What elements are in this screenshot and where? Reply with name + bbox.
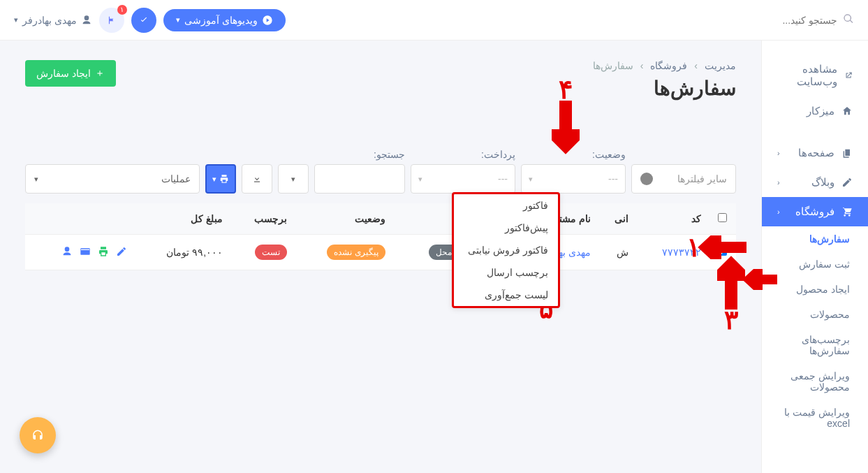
crumb-current: سفارش‌ها <box>593 60 633 71</box>
topbar-actions: ویدیوهای آموزشی ▾ ۱ مهدی بهادرفر ▾ <box>14 8 286 33</box>
sidebar-sub-price-excel[interactable]: ویرایش قیمت با excel <box>762 400 868 436</box>
crumb-admin[interactable]: مدیریت <box>705 60 736 71</box>
row-print-icon[interactable] <box>98 246 109 259</box>
sidebar: مشاهده وب‌سایت میزکار صفحه‌ها ‹ وبلاگ ‹ <box>761 41 868 473</box>
table-header-row: کد انی نام مشتری پرداخت وضعیت برچسب مبلغ… <box>25 203 736 235</box>
col-status: وضعیت <box>294 203 392 235</box>
chevron-left-icon: ‹ <box>777 208 780 216</box>
chevron-down-icon: ▾ <box>418 175 422 184</box>
print-dropdown-menu: فاکتور پیش‌فاکتور فاکتور فروش نیابتی برچ… <box>452 192 560 308</box>
crumb-shop[interactable]: فروشگاه <box>650 60 687 71</box>
row-checkbox[interactable] <box>718 247 727 256</box>
sidebar-sub-new-order[interactable]: ثبت سفارش <box>762 252 868 277</box>
search-input[interactable] <box>703 9 843 31</box>
check-icon <box>139 15 149 25</box>
orders-table: کد انی نام مشتری پرداخت وضعیت برچسب مبلغ… <box>25 203 736 270</box>
status-filter-select[interactable]: --- ▾ <box>521 164 626 194</box>
print-proforma[interactable]: پیش‌فاکتور <box>454 217 558 239</box>
col-addr: انی <box>598 203 636 235</box>
sidebar-blog[interactable]: وبلاگ ‹ <box>762 168 868 197</box>
card-icon[interactable] <box>80 246 91 259</box>
other-filters-button[interactable]: سایر فیلترها <box>631 164 736 194</box>
sidebar-sub-new-product[interactable]: ایجاد محصول <box>762 277 868 302</box>
pencil-icon <box>841 177 853 188</box>
search-filter-input[interactable] <box>314 164 405 194</box>
check-button[interactable] <box>131 8 156 33</box>
row-actions <box>32 246 127 259</box>
video-tutorials-button[interactable]: ویدیوهای آموزشی ▾ <box>163 9 286 31</box>
print-ship-label[interactable]: برچسب ارسال <box>454 261 558 284</box>
col-label: برچسب <box>230 203 293 235</box>
sidebar-view-site[interactable]: مشاهده وب‌سایت <box>762 54 868 96</box>
cell-total: ۹۹,۰۰۰ تومان <box>134 235 230 270</box>
row-user-icon[interactable] <box>61 246 73 259</box>
print-agency-invoice[interactable]: فاکتور فروش نیابتی <box>454 239 558 261</box>
cell-addr: ش <box>598 235 636 270</box>
sidebar-dashboard[interactable]: میزکار <box>762 96 868 126</box>
col-code: کد <box>635 203 708 235</box>
topbar-search-wrap <box>703 9 854 31</box>
filter-labels: جستجو: پرداخت: وضعیت: <box>25 149 736 164</box>
cart-icon <box>841 206 853 217</box>
chevron-down-icon: ▾ <box>34 175 38 184</box>
create-order-button[interactable]: ＋ ایجاد سفارش <box>25 60 116 87</box>
home-icon <box>841 105 853 117</box>
print-invoice[interactable]: فاکتور <box>454 194 558 217</box>
sidebar-sub-order-labels[interactable]: برچسب‌های سفارش‌ها <box>762 327 868 363</box>
flag-icon <box>107 15 117 25</box>
chevron-down-icon: ▾ <box>212 175 216 184</box>
col-total: مبلغ کل <box>134 203 230 235</box>
sidebar-pages[interactable]: صفحه‌ها ‹ <box>762 138 868 168</box>
support-fab[interactable] <box>20 417 56 453</box>
flag-button[interactable]: ۱ <box>99 8 124 33</box>
user-icon <box>81 15 92 26</box>
notification-badge: ۱ <box>117 5 127 15</box>
user-menu[interactable]: مهدی بهادرفر ▾ <box>14 15 92 26</box>
chevron-down-icon: ▾ <box>176 15 180 24</box>
operations-dropdown[interactable]: عملیات ▾ <box>25 164 200 194</box>
chevron-left-icon: ‹ <box>777 178 780 187</box>
payment-filter-select[interactable]: --- ▾ <box>411 164 515 194</box>
status-pill: پیگیری نشده <box>327 245 385 260</box>
edit-icon[interactable] <box>116 246 127 259</box>
plus-icon: ＋ <box>95 67 105 80</box>
print-pick-list[interactable]: لیست جمع‌آوری <box>454 284 558 306</box>
download-button[interactable] <box>242 164 272 194</box>
headset-icon <box>31 429 44 442</box>
breadcrumb: مدیریت › فروشگاه › سفارش‌ها <box>25 60 736 71</box>
filter-indicator-icon <box>640 173 653 185</box>
copy-icon <box>841 147 853 159</box>
select-all-checkbox[interactable] <box>718 213 727 222</box>
print-icon <box>219 174 229 184</box>
page-title: سفارش‌ها <box>25 77 736 100</box>
external-link-icon <box>844 70 853 81</box>
sidebar-sub-bulk-edit[interactable]: ویرایش جمعی محصولات <box>762 363 868 400</box>
main-content: ＋ ایجاد سفارش مدیریت › فروشگاه › سفارش‌ه… <box>0 41 761 473</box>
topbar: ویدیوهای آموزشی ▾ ۱ مهدی بهادرفر ▾ <box>0 0 868 41</box>
download-icon <box>252 174 262 184</box>
label-pill: تست <box>255 245 287 260</box>
chevron-left-icon: ‹ <box>777 149 780 157</box>
sidebar-shop[interactable]: فروشگاه ‹ <box>762 197 868 226</box>
print-dropdown-button[interactable]: ▾ <box>205 164 236 194</box>
chevron-down-icon: ▾ <box>14 15 18 24</box>
search-icon <box>843 13 854 27</box>
filter-controls: عملیات ▾ ▾ ▾ --- ▾ --- ▾ سا <box>25 164 736 194</box>
chevron-down-icon: ▾ <box>529 175 533 184</box>
chevron-down-icon: ▾ <box>291 175 295 184</box>
extra-caret-button[interactable]: ▾ <box>278 164 309 194</box>
sidebar-sub-orders[interactable]: سفارش‌ها <box>762 226 868 252</box>
table-row: ۷۷۷۳۷۲۲ ش مهدی بهادرفر پرداخت در محل پیگ… <box>25 235 736 270</box>
sidebar-sub-products[interactable]: محصولات <box>762 302 868 327</box>
order-code-link[interactable]: ۷۷۷۳۷۲۲ <box>662 247 701 258</box>
